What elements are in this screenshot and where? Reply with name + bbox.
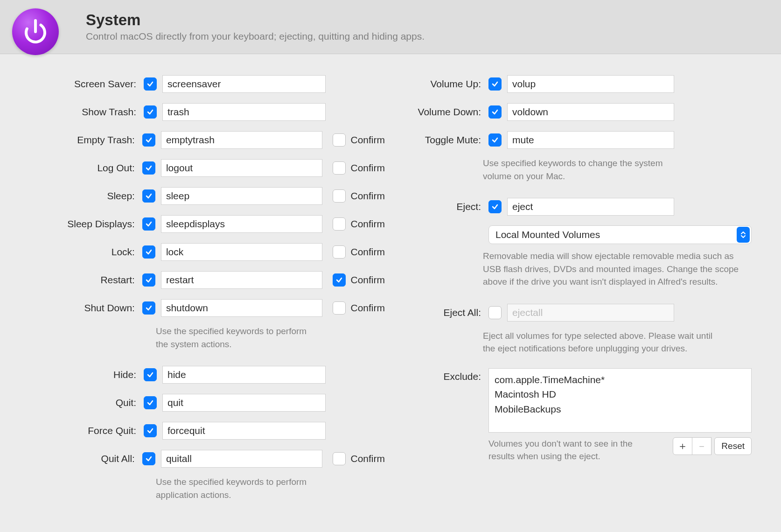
show-trash-keyword[interactable] [162,103,326,121]
confirm-label: Confirm [350,453,385,464]
shut-down-label: Shut Down: [0,302,142,314]
toggle-mute-keyword[interactable] [507,131,674,149]
sleep-label: Sleep: [0,190,142,202]
volume-down-label: Volume Down: [385,106,488,118]
power-icon [12,8,59,55]
minus-icon: － [697,439,707,453]
empty-trash-keyword[interactable] [161,131,323,149]
screen-saver-checkbox[interactable] [144,77,157,91]
empty-trash-checkbox[interactable] [142,133,155,147]
eject-all-hint: Eject all volumes for type selected abov… [483,329,721,355]
force-quit-keyword[interactable] [162,422,326,440]
confirm-label: Confirm [350,218,385,230]
hide-checkbox[interactable] [144,368,157,381]
eject-label: Eject: [385,201,488,212]
sleep-keyword[interactable] [161,187,323,205]
quit-all-label: Quit All: [0,453,142,464]
volume-up-checkbox[interactable] [488,77,502,91]
quit-label: Quit: [0,397,144,408]
confirm-label: Confirm [350,190,385,202]
confirm-label: Confirm [350,274,385,286]
chevron-up-down-icon [737,227,750,243]
exclude-list[interactable]: com.apple.TimeMachine* Macintosh HD Mobi… [488,368,752,433]
eject-scope-select[interactable]: Local Mounted Volumes [488,225,752,244]
confirm-label: Confirm [350,246,385,258]
add-exclude-button[interactable]: ＋ [673,437,692,455]
restart-confirm-checkbox[interactable] [333,273,346,287]
empty-trash-label: Empty Trash: [0,134,142,146]
header: System Control macOS directly from your … [0,0,781,54]
sleep-checkbox[interactable] [142,189,155,203]
system-actions-hint: Use the specified keywords to perform th… [156,325,310,350]
reset-exclude-button[interactable]: Reset [714,437,752,455]
eject-all-checkbox[interactable] [488,306,502,319]
volume-down-keyword[interactable] [507,103,674,121]
show-trash-label: Show Trash: [0,106,144,118]
page-title: System [86,12,425,28]
volume-up-keyword[interactable] [507,75,674,93]
page-subtitle: Control macOS directly from your keyboar… [86,31,425,42]
eject-checkbox[interactable] [488,200,502,213]
volume-down-checkbox[interactable] [488,105,502,119]
sleep-displays-label: Sleep Displays: [0,218,142,230]
exclude-item[interactable]: com.apple.TimeMachine* [495,372,746,387]
exclude-item[interactable]: Macintosh HD [495,387,746,402]
exclude-hint: Volumes you don't want to see in the res… [488,437,661,463]
shut-down-checkbox[interactable] [142,301,155,315]
exclude-label: Exclude: [385,368,488,382]
confirm-label: Confirm [350,162,385,174]
screen-saver-label: Screen Saver: [0,78,144,90]
eject-scope-value: Local Mounted Volumes [495,229,600,240]
restart-checkbox[interactable] [142,273,155,287]
eject-all-label: Eject All: [385,307,488,318]
sleep-displays-keyword[interactable] [161,215,323,233]
restart-label: Restart: [0,274,142,286]
log-out-confirm-checkbox[interactable] [333,161,346,175]
quit-all-confirm-checkbox[interactable] [333,452,346,465]
eject-all-keyword[interactable] [507,304,674,322]
eject-hint: Removable media will show ejectable remo… [483,250,744,288]
empty-trash-confirm-checkbox[interactable] [333,133,346,147]
log-out-checkbox[interactable] [142,161,155,175]
restart-keyword[interactable] [161,271,323,289]
hide-label: Hide: [0,369,144,380]
exclude-item[interactable]: MobileBackups [495,402,746,417]
lock-label: Lock: [0,246,142,258]
volume-up-label: Volume Up: [385,78,488,90]
log-out-keyword[interactable] [161,159,323,177]
show-trash-checkbox[interactable] [144,105,157,119]
sleep-confirm-checkbox[interactable] [333,189,346,203]
quit-checkbox[interactable] [144,396,157,409]
lock-keyword[interactable] [161,243,323,261]
screen-saver-keyword[interactable] [162,75,326,93]
toggle-mute-checkbox[interactable] [488,133,502,147]
remove-exclude-button[interactable]: － [692,437,711,455]
quit-all-checkbox[interactable] [142,452,155,465]
confirm-label: Confirm [350,134,385,146]
shut-down-confirm-checkbox[interactable] [333,301,346,315]
plus-icon: ＋ [677,439,688,453]
hide-keyword[interactable] [162,366,326,384]
lock-checkbox[interactable] [142,245,155,259]
eject-keyword[interactable] [507,198,674,216]
shut-down-keyword[interactable] [161,299,323,317]
volume-hint: Use specified keywords to change the sys… [483,157,669,182]
lock-confirm-checkbox[interactable] [333,245,346,259]
log-out-label: Log Out: [0,162,142,174]
toggle-mute-label: Toggle Mute: [385,134,488,146]
quit-keyword[interactable] [162,394,326,412]
sleep-displays-confirm-checkbox[interactable] [333,217,346,231]
sleep-displays-checkbox[interactable] [142,217,155,231]
confirm-label: Confirm [350,302,385,314]
force-quit-label: Force Quit: [0,425,144,436]
force-quit-checkbox[interactable] [144,424,157,437]
quit-all-keyword[interactable] [161,450,323,468]
application-actions-hint: Use the specified keywords to perform ap… [156,476,310,501]
